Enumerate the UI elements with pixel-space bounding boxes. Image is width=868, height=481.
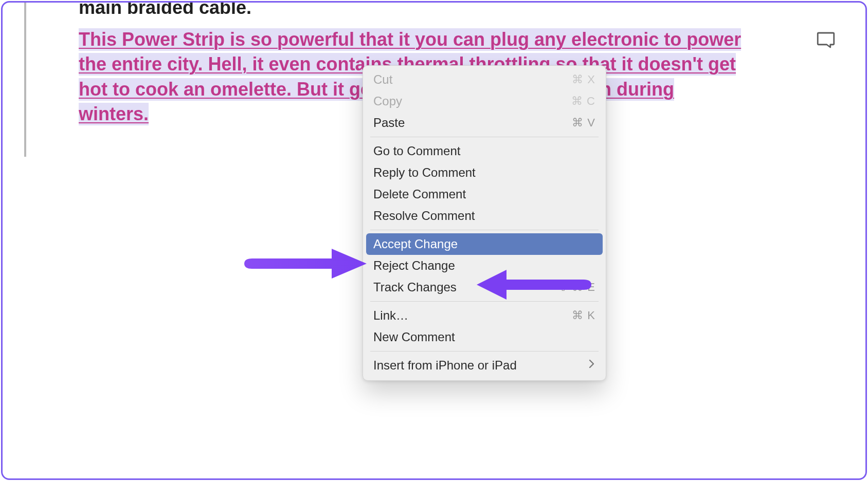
menu-link-label: Link…	[373, 308, 408, 323]
chevron-right-icon	[588, 359, 595, 372]
menu-resolve-comment[interactable]: Resolve Comment	[363, 205, 606, 227]
screenshot-frame: main braided cable. This Power Strip is …	[1, 1, 867, 480]
menu-delete-comment-label: Delete Comment	[373, 187, 466, 201]
menu-delete-comment[interactable]: Delete Comment	[363, 183, 606, 205]
menu-new-comment[interactable]: New Comment	[363, 326, 606, 348]
menu-separator	[370, 230, 599, 230]
menu-link[interactable]: Link… ⌘ K	[363, 305, 606, 326]
menu-reply-comment-label: Reply to Comment	[373, 165, 476, 180]
menu-link-shortcut: ⌘ K	[572, 309, 595, 322]
menu-paste[interactable]: Paste ⌘ V	[363, 112, 606, 134]
menu-new-comment-label: New Comment	[373, 330, 455, 344]
menu-track-changes-label: Track Changes	[373, 280, 457, 294]
menu-insert-from-device[interactable]: Insert from iPhone or iPad	[363, 355, 606, 376]
annotation-arrow-right	[476, 267, 594, 303]
context-menu: Cut ⌘ X Copy ⌘ C Paste ⌘ V Go to Comment…	[363, 65, 606, 381]
document-margin-rule	[24, 3, 26, 157]
menu-cut-label: Cut	[373, 72, 392, 87]
menu-separator	[370, 351, 599, 351]
menu-reject-change-label: Reject Change	[373, 258, 455, 273]
menu-resolve-comment-label: Resolve Comment	[373, 209, 475, 223]
previous-paragraph-fragment: main braided cable.	[79, 1, 747, 20]
menu-go-to-comment[interactable]: Go to Comment	[363, 140, 606, 162]
menu-copy-shortcut: ⌘ C	[571, 95, 595, 108]
menu-accept-change-label: Accept Change	[373, 237, 458, 251]
menu-paste-label: Paste	[373, 116, 405, 130]
menu-paste-shortcut: ⌘ V	[572, 116, 595, 130]
menu-reply-comment[interactable]: Reply to Comment	[363, 162, 606, 183]
menu-go-to-comment-label: Go to Comment	[373, 144, 460, 158]
menu-cut: Cut ⌘ X	[363, 69, 606, 90]
comment-icon[interactable]	[815, 29, 837, 51]
annotation-arrow-left	[239, 246, 368, 282]
menu-copy-label: Copy	[373, 94, 402, 108]
menu-separator	[370, 137, 599, 137]
menu-accept-change[interactable]: Accept Change	[366, 233, 603, 255]
menu-copy: Copy ⌘ C	[363, 90, 606, 112]
menu-insert-from-device-label: Insert from iPhone or iPad	[373, 358, 517, 373]
menu-cut-shortcut: ⌘ X	[572, 73, 595, 86]
